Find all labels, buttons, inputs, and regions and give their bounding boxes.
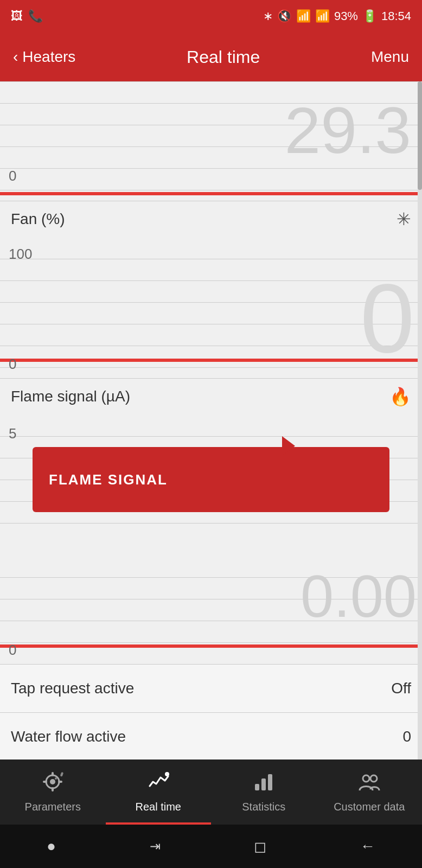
grid-line xyxy=(0,190,422,190)
top-chart-progress-bar xyxy=(0,192,422,195)
chevron-left-icon: ‹ xyxy=(13,48,18,66)
flame-tooltip-text: FLAME SIGNAL xyxy=(49,471,168,488)
svg-rect-2 xyxy=(52,772,54,776)
flame-label: Flame signal (µA) xyxy=(11,388,130,405)
realtime-label: Real time xyxy=(136,801,181,813)
svg-rect-4 xyxy=(43,781,47,783)
status-bar: 🖼 📞 ∗ 🔇 📶 📶 93% 🔋 18:54 xyxy=(0,0,422,33)
fan-grid xyxy=(0,237,422,378)
svg-point-6 xyxy=(55,777,57,780)
statistics-icon xyxy=(253,771,274,797)
parameters-label: Parameters xyxy=(25,801,81,813)
svg-point-8 xyxy=(165,772,169,776)
fan-chart-area: 100 0 0 xyxy=(0,237,422,378)
fan-label: Fan (%) xyxy=(11,210,65,228)
grid-line xyxy=(0,280,422,281)
fan-section-label: Fan (%) ✳ xyxy=(0,201,422,237)
page-title: Real time xyxy=(187,47,260,67)
menu-button[interactable]: Menu xyxy=(371,48,409,66)
top-chart-value: 29.3 xyxy=(284,98,411,163)
grid-line xyxy=(0,324,422,324)
bottom-nav: Parameters Real time Statistics xyxy=(0,760,422,825)
system-back-button[interactable]: ← xyxy=(360,838,375,855)
nav-item-parameters[interactable]: Parameters xyxy=(0,760,106,825)
grid-line xyxy=(0,168,422,169)
flame-section-label: Flame signal (µA) 🔥 xyxy=(0,378,422,414)
data-row-tap: Tap request active Off xyxy=(0,664,422,712)
phone-icon: 📞 xyxy=(28,9,43,23)
status-bar-left: 🖼 📞 xyxy=(11,9,43,23)
bottom-chart-y-min: 0 xyxy=(9,642,16,659)
svg-rect-5 xyxy=(58,781,62,783)
signal-icon: 📶 xyxy=(315,9,330,23)
mute-icon: 🔇 xyxy=(277,9,292,23)
nav-item-realtime[interactable]: Real time xyxy=(106,760,212,825)
grid-line xyxy=(0,259,422,259)
battery-percent: 93% xyxy=(334,9,358,23)
grid-line xyxy=(0,346,422,346)
fan-chart-wrapper: 100 0 0 xyxy=(0,237,422,378)
nav-item-statistics[interactable]: Statistics xyxy=(211,760,317,825)
grid-line xyxy=(0,302,422,303)
svg-point-12 xyxy=(363,775,369,782)
customerdata-icon xyxy=(359,771,380,797)
wifi-icon: 📶 xyxy=(296,9,311,23)
top-chart-y-min: 0 xyxy=(9,168,16,184)
grid-line xyxy=(0,523,422,524)
fan-big-zero: 0 xyxy=(360,270,414,367)
tap-request-value: Off xyxy=(391,680,411,697)
statistics-label: Statistics xyxy=(242,801,285,813)
water-flow-label: Water flow active xyxy=(11,728,126,745)
svg-rect-11 xyxy=(268,774,272,790)
flame-icon: 🔥 xyxy=(389,386,411,407)
svg-rect-9 xyxy=(255,784,259,790)
water-flow-value: 0 xyxy=(402,728,411,745)
scrollbar-thumb[interactable] xyxy=(418,81,422,190)
svg-rect-7 xyxy=(60,772,63,777)
grid-line xyxy=(0,436,422,437)
fan-bottom-label: 0 xyxy=(9,356,16,373)
main-content: 29.3 0 Fan (%) ✳ 100 0 0 xyxy=(0,81,422,760)
data-row-water: Water flow active 0 xyxy=(0,712,422,760)
photo-icon: 🖼 xyxy=(11,9,23,23)
svg-rect-10 xyxy=(261,778,266,790)
grid-line xyxy=(0,81,422,82)
bottom-chart-progress-bar xyxy=(0,644,422,648)
flame-y-label: 5 xyxy=(9,425,16,442)
customerdata-label: Customer data xyxy=(334,801,405,813)
system-home-button[interactable]: ● xyxy=(47,838,56,855)
back-button[interactable]: ‹ Heaters xyxy=(13,48,75,66)
svg-rect-3 xyxy=(52,787,54,792)
top-chart-section: 29.3 0 xyxy=(0,81,422,201)
bottom-chart-value: 0.00 xyxy=(300,566,417,626)
grid-line xyxy=(0,642,422,643)
top-chart-area: 29.3 0 xyxy=(0,81,422,201)
tap-request-label: Tap request active xyxy=(11,680,134,697)
bluetooth-icon: ∗ xyxy=(263,9,273,23)
grid-line xyxy=(0,367,422,368)
flame-signal-area: 5 FLAME SIGNAL xyxy=(0,414,422,556)
flame-tooltip-arrow xyxy=(282,436,295,456)
status-bar-right: ∗ 🔇 📶 📶 93% 🔋 18:54 xyxy=(263,9,411,23)
clock: 18:54 xyxy=(381,9,411,23)
fan-icon: ✳ xyxy=(397,209,411,229)
parameters-icon xyxy=(42,771,63,797)
nav-item-customerdata[interactable]: Customer data xyxy=(317,760,423,825)
realtime-icon xyxy=(148,771,169,797)
flame-tooltip: FLAME SIGNAL xyxy=(33,447,389,512)
battery-icon: 🔋 xyxy=(362,9,377,23)
fan-progress-bar xyxy=(0,359,422,362)
nav-bar: ‹ Heaters Real time Menu xyxy=(0,33,422,81)
back-label: Heaters xyxy=(22,48,75,66)
system-overview-button[interactable]: ◻ xyxy=(254,838,266,856)
system-recents-button[interactable]: ⇥ xyxy=(150,839,161,854)
system-nav-bar: ● ⇥ ◻ ← xyxy=(0,825,422,868)
bottom-chart-area: 0.00 0 xyxy=(0,556,422,664)
scrollbar-track[interactable] xyxy=(418,81,422,760)
svg-point-13 xyxy=(370,775,377,782)
svg-point-1 xyxy=(50,779,55,784)
